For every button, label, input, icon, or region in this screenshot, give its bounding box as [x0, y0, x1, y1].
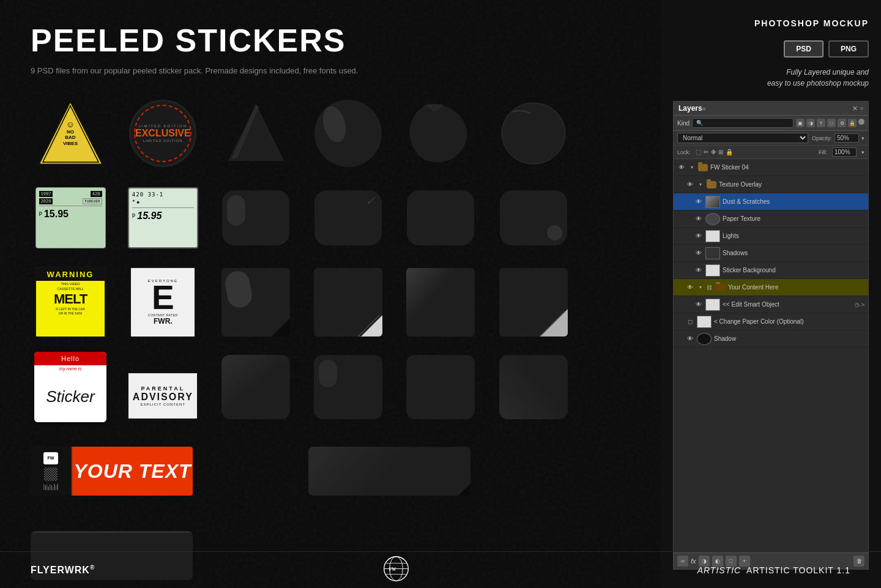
vis-icon-texture[interactable]: 👁: [686, 180, 694, 189]
layer-change-paper[interactable]: ◻ < Change Paper Color (Optional): [674, 313, 868, 330]
dark-circle-sticker: [308, 94, 388, 173]
layers-kind-toolbar: Kind 🔍 ▣ ◑ T □ ⚙ 🔒: [674, 116, 868, 131]
dark-rounded-1: [216, 178, 296, 258]
layer-shadows[interactable]: 👁 Shadows: [674, 245, 868, 262]
layer-name-shadow: Shadow: [714, 335, 864, 342]
price-tag-green: 1997 420 2020 FUREVER P 15.95: [31, 178, 110, 258]
filter-lock-icon[interactable]: 🔒: [848, 119, 857, 127]
dark-rounded-4: [494, 178, 573, 258]
lock-position-icon[interactable]: ✥: [711, 149, 716, 155]
layer-sticker-bg[interactable]: 👁 Sticker Background: [674, 262, 868, 279]
sticker-grid: ☺ NO BAD VIBES LIMITED EDITION EXCLUSIVE…: [31, 94, 581, 588]
filter-shape-icon[interactable]: □: [827, 119, 836, 127]
brand-text: FLYERWRK: [31, 565, 90, 575]
layer-paper-texture[interactable]: 👁 Paper Texture: [674, 210, 868, 228]
dark-oval-sticker: [494, 94, 573, 173]
empty-cell-1: [216, 431, 296, 511]
thumb-paper-color: [697, 316, 712, 328]
opacity-row: Opacity: ▾: [812, 133, 864, 143]
opacity-input[interactable]: [835, 133, 859, 143]
blend-mode-select[interactable]: Normal: [677, 133, 808, 143]
warning-sticker: WARNING THIS VIDEOCASSETTE WILL MELT IF …: [31, 262, 110, 342]
svg-text:FW: FW: [389, 567, 396, 572]
thumb-shadows: [705, 247, 720, 259]
dark-rect-r4c3: [401, 347, 480, 426]
layer-name-paper: Paper Texture: [723, 215, 864, 222]
dark-rounded-3: [401, 178, 480, 258]
thumb-lights: [705, 230, 720, 242]
vis-icon-paper[interactable]: 👁: [694, 215, 703, 223]
lock-all-icon[interactable]: 🔒: [726, 149, 733, 155]
layer-edit-smart[interactable]: 👁 << Edit Smart Object ◷ >: [674, 296, 868, 313]
lock-brush-icon[interactable]: ✏: [704, 149, 708, 155]
vis-icon-shadows[interactable]: 👁: [694, 249, 703, 258]
vis-icon-paper-color[interactable]: ◻: [686, 318, 694, 326]
folder-icon-fw: [698, 164, 708, 171]
layers-panel: Layers « ✕ ≡ Kind 🔍 ▣ ◑ T □ ⚙ 🔒: [673, 101, 869, 570]
expand-content[interactable]: ▾: [697, 284, 704, 291]
vis-icon-lights[interactable]: 👁: [694, 232, 703, 240]
footer-logo: FW: [382, 555, 410, 585]
dark-rect-r4c4: [494, 347, 573, 426]
vis-icon-sticker-bg[interactable]: 👁: [694, 266, 703, 275]
smart-extra-icon[interactable]: ◷ >: [855, 302, 864, 308]
expand-fw[interactable]: ▾: [688, 164, 696, 171]
footer-brand: FLYERWRK®: [31, 564, 95, 576]
layer-fw-sticker-04[interactable]: 👁 ▾ FW Sticker 04: [674, 159, 868, 176]
psd-button[interactable]: PSD: [784, 40, 823, 58]
expand-texture[interactable]: ▾: [697, 181, 704, 188]
dark-triangle-sticker: [216, 94, 296, 173]
layer-list: 👁 ▾ FW Sticker 04 👁 ▾ Texture Overlay 👁: [674, 159, 868, 553]
layer-name-fw: FW Sticker 04: [710, 164, 864, 171]
parental-advisory-sticker: PARENTAL ADVISORY EXPLICIT CONTENT: [123, 347, 203, 426]
lock-artboard-icon[interactable]: ⊞: [718, 149, 723, 155]
filter-dot-icon[interactable]: [858, 119, 864, 125]
thumb-shadow: [697, 333, 712, 345]
filter-smart-icon[interactable]: ⚙: [838, 119, 846, 127]
lock-label: Lock:: [677, 149, 691, 155]
lock-transparent-icon[interactable]: ⬚: [696, 149, 701, 155]
layer-shadow[interactable]: 👁 Shadow: [674, 330, 868, 348]
left-panel: PEELED STICKERS 9 PSD files from our pop…: [0, 0, 661, 588]
vis-icon-dust[interactable]: 👁: [694, 198, 703, 206]
layer-dust-scratches[interactable]: 👁 Dust & Scratches: [674, 193, 868, 210]
dark-wide-banner-1: [308, 431, 470, 511]
layers-title: Layers: [678, 104, 702, 113]
filter-adjust-icon[interactable]: ◑: [806, 119, 815, 127]
right-panel: PHOTOSHOP MOCKUP PSD PNG Fully Layered u…: [661, 0, 881, 588]
fill-label: Fill:: [819, 149, 827, 155]
fill-arrow[interactable]: ▾: [861, 149, 864, 155]
collapse-icon[interactable]: «: [702, 105, 706, 112]
kind-label: Kind: [677, 120, 690, 127]
thumb-smart: [705, 299, 720, 311]
layer-lights[interactable]: 👁 Lights: [674, 228, 868, 245]
dark-peeled-square-2: [308, 262, 388, 342]
layer-name-dust: Dust & Scratches: [723, 198, 864, 205]
vis-icon-smart[interactable]: 👁: [694, 300, 703, 309]
fill-input[interactable]: [832, 147, 857, 157]
layer-texture-overlay[interactable]: 👁 ▾ Texture Overlay: [674, 176, 868, 193]
close-icon[interactable]: ✕: [852, 105, 858, 113]
filter-pixel-icon[interactable]: ▣: [796, 119, 805, 127]
layer-name-sticker-bg: Sticker Background: [723, 267, 864, 274]
layer-name-smart: << Edit Smart Object: [723, 301, 852, 308]
vis-icon-content[interactable]: 👁: [686, 283, 694, 292]
lock-row: Lock: ⬚ ✏ ✥ ⊞ 🔒 Fill: ▾: [674, 146, 868, 159]
sticker-exclusive[interactable]: LIMITED EDITION EXCLUSIVE LIMITED EDITIO…: [123, 94, 203, 173]
png-button[interactable]: PNG: [828, 40, 869, 58]
subtitle: 9 PSD files from our popular peeled stic…: [31, 66, 630, 75]
opacity-arrow[interactable]: ▾: [861, 135, 864, 141]
filter-type-icon[interactable]: T: [817, 119, 825, 127]
layer-your-content[interactable]: 👁 ▾ ⛓ Your Content Here: [674, 279, 868, 296]
menu-icon[interactable]: ≡: [860, 105, 863, 111]
sticker-no-bad-vibes[interactable]: ☺ NO BAD VIBES: [31, 94, 110, 173]
layer-name-paper-color: < Change Paper Color (Optional): [714, 318, 864, 325]
vis-icon-fw[interactable]: 👁: [677, 163, 686, 172]
toolkit-text: ARTISTIC TOOLKIT 1.1: [746, 565, 850, 575]
vis-icon-shadow[interactable]: 👁: [686, 335, 694, 343]
dark-peeled-square-1: [216, 262, 296, 342]
layer-name-lights: Lights: [723, 233, 864, 239]
ps-mockup-title: PHOTOSHOP MOCKUP: [673, 18, 869, 28]
dark-peeled-square-3: [401, 262, 480, 342]
hello-sticker: Hello my name is Sticker: [31, 347, 110, 426]
